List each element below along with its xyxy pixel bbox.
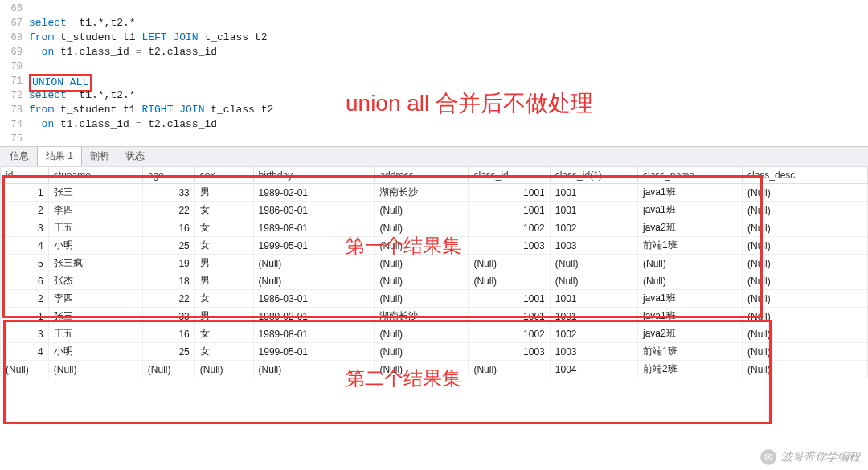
cell-class_id[interactable]: 1001 — [469, 290, 550, 308]
cell-class_desc[interactable]: (Null) — [742, 290, 867, 308]
cell-birthday[interactable]: 1986-03-01 — [253, 202, 375, 219]
cell-stuname[interactable]: 李四 — [48, 290, 142, 308]
cell-stuname[interactable]: 李四 — [48, 202, 142, 219]
cell-birthday[interactable]: 1989-02-01 — [253, 308, 375, 325]
cell-class_id1[interactable]: (Null) — [550, 255, 637, 272]
cell-sex[interactable]: 女 — [194, 290, 253, 308]
cell-address[interactable]: (Null) — [375, 272, 469, 290]
table-row[interactable]: 1张三33男1989-02-01湖南长沙10011001java1班(Null) — [1, 184, 868, 202]
cell-class_id1[interactable]: 1001 — [550, 184, 637, 202]
cell-class_name[interactable]: java2班 — [637, 325, 742, 343]
column-header-stuname[interactable]: stuname — [48, 167, 142, 184]
cell-id[interactable]: (Null) — [1, 361, 49, 378]
cell-class_desc[interactable]: (Null) — [742, 308, 867, 325]
cell-class_name[interactable]: java1班 — [637, 184, 742, 202]
cell-address[interactable]: (Null) — [375, 325, 469, 343]
cell-id[interactable]: 1 — [1, 308, 49, 325]
cell-class_name[interactable]: java1班 — [637, 290, 742, 308]
cell-age[interactable]: 18 — [142, 272, 194, 290]
cell-class_id[interactable]: 1003 — [469, 343, 550, 361]
cell-age[interactable]: 33 — [142, 184, 194, 202]
cell-address[interactable]: 湖南长沙 — [375, 184, 469, 202]
cell-sex[interactable]: 女 — [194, 219, 253, 237]
cell-id[interactable]: 6 — [1, 272, 49, 290]
cell-age[interactable]: 33 — [142, 308, 194, 325]
cell-sex[interactable]: 女 — [194, 202, 253, 219]
cell-class_id1[interactable]: 1001 — [550, 202, 637, 219]
cell-class_id1[interactable]: 1003 — [550, 343, 637, 361]
cell-sex[interactable]: 女 — [194, 325, 253, 343]
cell-class_id[interactable]: (Null) — [469, 272, 550, 290]
code-line[interactable]: from t_student t1 LEFT JOIN t_class t2 — [29, 31, 868, 45]
cell-birthday[interactable]: 1986-03-01 — [253, 290, 375, 308]
cell-stuname[interactable]: (Null) — [48, 361, 142, 378]
cell-class_id[interactable]: 1002 — [469, 219, 550, 237]
cell-sex[interactable]: 女 — [194, 237, 253, 255]
table-row[interactable]: 3王五16女1989-08-01(Null)10021002java2班(Nul… — [1, 325, 868, 343]
cell-sex[interactable]: 男 — [194, 272, 253, 290]
cell-class_name[interactable]: java1班 — [637, 308, 742, 325]
table-row[interactable]: 2李四22女1986-03-01(Null)10011001java1班(Nul… — [1, 290, 868, 308]
cell-stuname[interactable]: 张三 — [48, 308, 142, 325]
cell-age[interactable]: 25 — [142, 343, 194, 361]
cell-class_id1[interactable]: 1004 — [550, 361, 637, 378]
cell-id[interactable]: 4 — [1, 237, 49, 255]
cell-stuname[interactable]: 王五 — [48, 219, 142, 237]
cell-class_desc[interactable]: (Null) — [742, 184, 867, 202]
cell-class_id[interactable]: 1001 — [469, 202, 550, 219]
cell-id[interactable]: 1 — [1, 184, 49, 202]
cell-age[interactable]: 22 — [142, 290, 194, 308]
sql-editor[interactable]: 6667select t1.*,t2.*68from t_student t1 … — [0, 0, 868, 146]
cell-class_name[interactable]: (Null) — [637, 255, 742, 272]
cell-class_id[interactable]: 1001 — [469, 184, 550, 202]
code-line[interactable]: select t1.*,t2.* — [29, 16, 868, 31]
cell-age[interactable]: (Null) — [142, 361, 194, 378]
cell-id[interactable]: 2 — [1, 290, 49, 308]
cell-stuname[interactable]: 小明 — [48, 343, 142, 361]
cell-sex[interactable]: 男 — [194, 184, 253, 202]
cell-class_desc[interactable]: (Null) — [742, 237, 867, 255]
column-header-age[interactable]: age — [142, 167, 194, 184]
cell-class_name[interactable]: 前端1班 — [637, 343, 742, 361]
code-line[interactable]: UNION ALL — [29, 74, 868, 88]
table-row[interactable]: 6张杰18男(Null)(Null)(Null)(Null)(Null)(Nul… — [1, 272, 868, 290]
cell-class_id1[interactable]: (Null) — [550, 272, 637, 290]
cell-id[interactable]: 5 — [1, 255, 49, 272]
column-header-id[interactable]: id — [1, 167, 49, 184]
cell-age[interactable]: 16 — [142, 325, 194, 343]
tab-结果 1[interactable]: 结果 1 — [37, 147, 82, 166]
cell-birthday[interactable]: 1999-05-01 — [253, 343, 375, 361]
cell-class_id1[interactable]: 1001 — [550, 308, 637, 325]
code-line[interactable]: on t1.class_id = t2.class_id — [29, 117, 868, 132]
cell-class_id[interactable]: (Null) — [469, 361, 550, 378]
cell-id[interactable]: 4 — [1, 343, 49, 361]
cell-class_name[interactable]: 前端2班 — [637, 361, 742, 378]
code-line[interactable]: on t1.class_id = t2.class_id — [29, 45, 868, 59]
cell-class_desc[interactable]: (Null) — [742, 255, 867, 272]
result-grid[interactable]: idstunameagesexbirthdayaddressclass_idcl… — [0, 166, 868, 378]
cell-id[interactable]: 3 — [1, 219, 49, 237]
cell-birthday[interactable]: 1989-02-01 — [253, 184, 375, 202]
tab-剖析[interactable]: 剖析 — [82, 147, 117, 166]
cell-sex[interactable]: (Null) — [194, 361, 253, 378]
cell-birthday[interactable]: (Null) — [253, 272, 375, 290]
cell-class_name[interactable]: 前端1班 — [637, 237, 742, 255]
cell-age[interactable]: 16 — [142, 219, 194, 237]
cell-address[interactable]: (Null) — [375, 290, 469, 308]
cell-class_desc[interactable]: (Null) — [742, 219, 867, 237]
code-line[interactable] — [29, 132, 868, 146]
cell-age[interactable]: 25 — [142, 237, 194, 255]
cell-class_desc[interactable]: (Null) — [742, 361, 867, 378]
cell-class_desc[interactable]: (Null) — [742, 202, 867, 219]
code-line[interactable] — [29, 2, 868, 16]
cell-class_name[interactable]: java1班 — [637, 202, 742, 219]
cell-id[interactable]: 2 — [1, 202, 49, 219]
column-header-class_id[interactable]: class_id — [469, 167, 550, 184]
cell-sex[interactable]: 男 — [194, 308, 253, 325]
cell-address[interactable]: 湖南长沙 — [375, 308, 469, 325]
cell-class_id[interactable]: 1003 — [469, 237, 550, 255]
cell-address[interactable]: (Null) — [375, 202, 469, 219]
cell-id[interactable]: 3 — [1, 325, 49, 343]
cell-age[interactable]: 19 — [142, 255, 194, 272]
cell-class_id[interactable]: 1001 — [469, 308, 550, 325]
